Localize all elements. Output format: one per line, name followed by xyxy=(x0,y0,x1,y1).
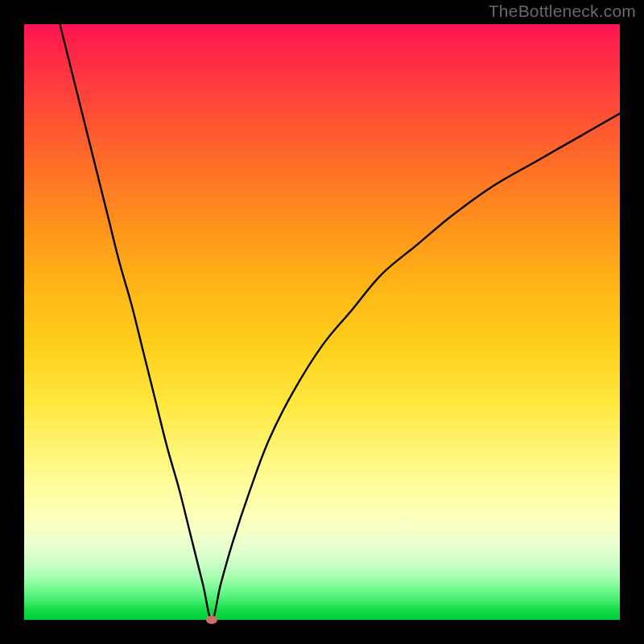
watermark-text: TheBottleneck.com xyxy=(489,2,636,21)
curve-svg xyxy=(24,24,620,620)
optimal-point-marker xyxy=(206,616,217,624)
chart-frame: TheBottleneck.com xyxy=(0,0,644,644)
bottleneck-curve xyxy=(60,24,620,620)
plot-area xyxy=(24,24,620,620)
